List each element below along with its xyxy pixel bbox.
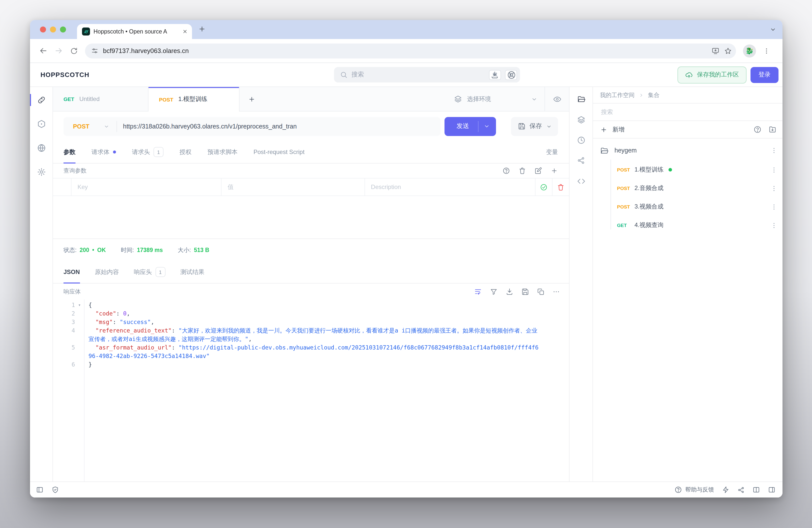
help-icon[interactable] bbox=[754, 126, 762, 133]
address-bar[interactable]: bcf97137.harvey063.olares.cn bbox=[85, 43, 736, 58]
request-tab-untitled[interactable]: GET Untitled bbox=[53, 87, 148, 111]
tab-json[interactable]: JSON bbox=[63, 261, 80, 283]
browser-menu-icon[interactable] bbox=[763, 47, 770, 54]
app-logo[interactable]: HOPPSCOTCH bbox=[41, 71, 89, 78]
environment-selector[interactable]: 选择环境 bbox=[447, 87, 545, 111]
filter-response-icon[interactable] bbox=[490, 288, 497, 295]
history-clock-icon[interactable] bbox=[569, 132, 593, 147]
toggle-right-panel-icon[interactable] bbox=[768, 486, 775, 494]
tab-variables[interactable]: 变量 bbox=[546, 141, 558, 163]
close-tab-icon[interactable] bbox=[182, 29, 188, 34]
send-options-chevron-icon[interactable] bbox=[478, 121, 496, 132]
method-select[interactable]: POST bbox=[63, 123, 116, 130]
install-app-icon[interactable] bbox=[711, 47, 720, 55]
nav-realtime-globe-icon[interactable] bbox=[30, 140, 53, 156]
forward-icon[interactable] bbox=[55, 46, 63, 55]
import-export-folder-icon[interactable] bbox=[768, 126, 777, 133]
minimize-window-button[interactable] bbox=[50, 27, 56, 32]
endpoint-url-input[interactable] bbox=[117, 123, 440, 130]
site-settings-icon[interactable] bbox=[91, 47, 99, 55]
tab-body[interactable]: 请求体 bbox=[91, 141, 116, 163]
browser-tab[interactable]: Hoppscotch • Open source A bbox=[77, 24, 192, 39]
delete-all-params-icon[interactable] bbox=[519, 167, 526, 175]
share-icon[interactable] bbox=[569, 153, 593, 168]
nav-rest-link-icon[interactable] bbox=[30, 92, 53, 108]
param-key-input[interactable] bbox=[72, 184, 221, 191]
install-pwa-icon[interactable] bbox=[491, 71, 499, 79]
bulk-edit-icon[interactable] bbox=[535, 167, 542, 175]
param-delete-icon[interactable] bbox=[552, 178, 569, 195]
shortcuts-zap-icon[interactable] bbox=[722, 486, 729, 494]
browser-window: Hoppscotch • Open source A bcf97137.harv… bbox=[30, 20, 783, 498]
collections-folder-icon[interactable] bbox=[569, 91, 593, 106]
interceptor-shield-icon[interactable] bbox=[52, 486, 59, 494]
collections-search-input[interactable] bbox=[600, 108, 775, 116]
param-description-input[interactable] bbox=[365, 184, 535, 191]
collection-options-icon[interactable] bbox=[770, 147, 778, 154]
column-layout-icon[interactable] bbox=[753, 486, 760, 494]
request-options-icon[interactable] bbox=[770, 185, 778, 192]
more-actions-icon[interactable] bbox=[552, 288, 560, 295]
close-window-button[interactable] bbox=[40, 27, 46, 32]
tab-params[interactable]: 参数 bbox=[63, 141, 75, 163]
collection-request-item[interactable]: POST1.模型训练 bbox=[593, 161, 783, 179]
environment-quick-peek-eye-icon[interactable] bbox=[545, 87, 569, 111]
tab-pre-request-script[interactable]: 预请求脚本 bbox=[207, 141, 237, 163]
toggle-sidebar-icon[interactable] bbox=[36, 486, 44, 494]
nav-settings-gear-icon[interactable] bbox=[30, 164, 53, 180]
tab-response-headers[interactable]: 响应头1 bbox=[134, 261, 165, 283]
collection-requests: POST1.模型训练POST2.音频合成POST3.视频合成GET4.视频查询 bbox=[593, 161, 783, 235]
new-collection-button[interactable]: 新增 bbox=[612, 125, 624, 134]
tab-raw[interactable]: 原始内容 bbox=[95, 261, 119, 283]
help-feedback-button[interactable]: 帮助与反馈 bbox=[674, 486, 714, 494]
request-options-icon[interactable] bbox=[770, 203, 778, 210]
plus-icon[interactable] bbox=[600, 126, 608, 133]
collection-name: heygem bbox=[614, 147, 637, 154]
save-button[interactable]: 保存 bbox=[511, 117, 558, 136]
zoom-window-button[interactable] bbox=[60, 27, 66, 32]
download-response-icon[interactable] bbox=[506, 288, 513, 295]
collection-request-item[interactable]: POST2.音频合成 bbox=[593, 179, 783, 197]
url-text[interactable]: bcf97137.harvey063.olares.cn bbox=[103, 47, 707, 55]
response-code[interactable]: 1▾{2 "code": 0,3 "msg": "success",4 "ref… bbox=[53, 299, 569, 482]
request-tab-model-training[interactable]: POST 1.模型训练 bbox=[148, 87, 240, 112]
browser-profile-avatar[interactable]: 🐉 bbox=[743, 44, 756, 57]
login-button[interactable]: 登录 bbox=[751, 67, 779, 83]
help-icon[interactable] bbox=[503, 167, 510, 175]
code-snippet-icon[interactable] bbox=[569, 174, 593, 189]
new-tab-button[interactable] bbox=[198, 25, 206, 33]
param-enable-check-icon[interactable] bbox=[536, 178, 552, 195]
send-button[interactable]: 发送 bbox=[445, 117, 496, 136]
collection-request-item[interactable]: POST3.视频合成 bbox=[593, 197, 783, 216]
support-icon[interactable] bbox=[507, 70, 516, 79]
tab-test-results[interactable]: 测试结果 bbox=[180, 261, 204, 283]
nav-graphql-icon[interactable] bbox=[30, 116, 53, 132]
request-options-icon[interactable] bbox=[770, 222, 778, 229]
reload-icon[interactable] bbox=[70, 47, 78, 55]
back-icon[interactable] bbox=[39, 46, 47, 55]
save-response-icon[interactable] bbox=[522, 288, 529, 295]
breadcrumb-section[interactable]: 集合 bbox=[648, 91, 659, 99]
collection-request-item[interactable]: GET4.视频查询 bbox=[593, 216, 783, 235]
chevron-down-icon bbox=[103, 123, 110, 129]
add-param-icon[interactable] bbox=[551, 167, 558, 175]
param-value-input[interactable] bbox=[222, 184, 364, 191]
tab-post-request-script[interactable]: Post-request Script bbox=[253, 141, 304, 163]
tab-headers[interactable]: 请求头1 bbox=[132, 141, 163, 163]
request-options-icon[interactable] bbox=[770, 166, 778, 173]
param-drag-handle[interactable] bbox=[53, 178, 72, 195]
save-workspace-button[interactable]: 保存我的工作区 bbox=[678, 66, 746, 83]
collection-heygem[interactable]: heygem bbox=[593, 141, 783, 161]
breadcrumb-workspace[interactable]: 我的工作空间 bbox=[600, 91, 635, 99]
wrap-lines-icon[interactable] bbox=[474, 288, 482, 295]
window-controls[interactable] bbox=[40, 27, 66, 32]
add-request-tab-button[interactable] bbox=[240, 87, 263, 111]
collections-search[interactable] bbox=[593, 103, 783, 121]
share-icon[interactable] bbox=[738, 486, 744, 493]
environments-layers-icon[interactable] bbox=[569, 112, 593, 127]
tab-authorization[interactable]: 授权 bbox=[179, 141, 191, 163]
size-label: 大小: bbox=[178, 246, 191, 254]
bookmark-star-icon[interactable] bbox=[724, 47, 732, 55]
tab-search-icon[interactable] bbox=[769, 26, 777, 33]
copy-response-icon[interactable] bbox=[537, 288, 545, 295]
